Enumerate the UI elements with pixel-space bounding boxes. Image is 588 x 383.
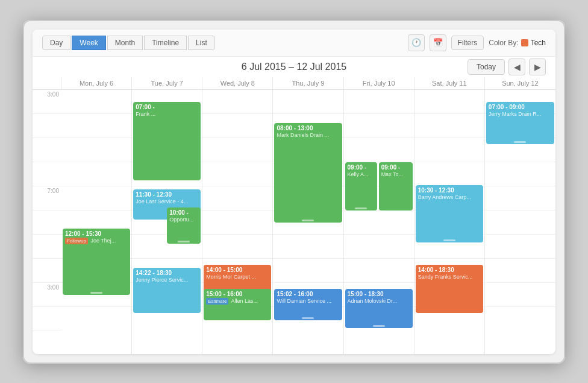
event-fri-3-resize[interactable] — [373, 325, 385, 327]
hour-1 — [414, 114, 484, 138]
event-fri-1-name: Kelly A... — [348, 171, 375, 178]
calendar: Mon, July 6 Tue, July 7 Wed, July 8 Thu,… — [33, 77, 555, 354]
event-mon-1-time: 12:00 - 15:30 — [65, 230, 128, 238]
event-thu-1[interactable]: 08:00 - 13:00 Mark Daniels Drain ... — [274, 123, 342, 223]
header-fri: Fri, July 10 — [344, 77, 414, 89]
time-empty7 — [33, 307, 61, 331]
event-thu-2-name: Will Damian Service ... — [277, 298, 339, 305]
day-friday: 09:00 - Kelly A... 09:00 - Max To... 15:… — [344, 90, 414, 354]
event-sat-1-resize[interactable] — [443, 239, 455, 241]
hour-0 — [344, 90, 414, 114]
hour-6 — [344, 235, 414, 259]
day-saturday: 10:30 - 12:30 Barry Andrews Carp... 14:0… — [414, 90, 485, 354]
time-empty3 — [33, 162, 61, 186]
tab-list[interactable]: List — [188, 36, 215, 50]
time-empty1 — [33, 114, 61, 138]
hour-6 — [273, 235, 343, 259]
day-tuesday: 07:00 - Frank ... 11:30 - 12:30 Joe Last… — [132, 90, 202, 354]
day-sunday: 07:00 - 09:00 Jerry Marks Drain R... — [485, 90, 555, 354]
event-fri-3[interactable]: 15:00 - 18:30 Adrian Molovski Dr... — [345, 289, 413, 328]
event-fri-2[interactable]: 09:00 - Max To... — [379, 162, 413, 210]
event-sat-1[interactable]: 10:30 - 12:30 Barry Andrews Carp... — [416, 185, 483, 242]
event-sat-1-name: Barry Andrews Carp... — [418, 194, 481, 201]
event-sun-1-resize[interactable] — [514, 141, 526, 143]
hour-7 — [485, 259, 555, 283]
event-tue-1-name: Frank ... — [136, 111, 198, 118]
tab-month[interactable]: Month — [107, 36, 143, 50]
time-empty4 — [33, 210, 61, 235]
event-sat-2[interactable]: 14:00 - 18:30 Sandy Franks Servic... — [416, 265, 483, 313]
event-mon-1-resize[interactable] — [90, 292, 102, 294]
hour-2 — [202, 138, 272, 162]
time-3b: 3:00 — [33, 283, 61, 307]
tab-timeline[interactable]: Timeline — [144, 36, 187, 50]
hour-0 — [414, 90, 484, 114]
event-sun-1-name: Jerry Marks Drain R... — [489, 111, 552, 118]
event-wed-2-time: 15:00 - 16:00 — [206, 291, 269, 298]
cal-body: 3:00 7:00 3:00 9:00 — [33, 90, 555, 354]
time-empty5 — [33, 235, 61, 259]
laptop-wrapper: Day Week Month Timeline List 🕐 📅 Filters… — [0, 0, 588, 383]
hour-2 — [344, 138, 414, 162]
event-fri-1-resize[interactable] — [355, 207, 367, 209]
color-by-label: Color By: — [489, 39, 518, 47]
event-fri-1[interactable]: 09:00 - Kelly A... — [345, 162, 378, 210]
header-mon: Mon, July 6 — [61, 77, 132, 89]
filters-button[interactable]: Filters — [451, 36, 484, 50]
event-wed-1-time: 14:00 - 15:00 — [206, 267, 269, 274]
laptop-screen: Day Week Month Timeline List 🕐 📅 Filters… — [23, 20, 565, 364]
tab-week[interactable]: Week — [72, 36, 105, 50]
event-tue-1[interactable]: 07:00 - Frank ... — [133, 102, 201, 180]
hour-3 — [414, 162, 484, 186]
event-sun-1-time: 07:00 - 09:00 — [489, 104, 552, 111]
hour-4 — [485, 186, 555, 210]
view-tabs: Day Week Month Timeline List — [42, 36, 215, 50]
time-empty2 — [33, 138, 61, 162]
tab-day[interactable]: Day — [42, 36, 70, 50]
today-button[interactable]: Today — [468, 59, 505, 75]
event-sun-1[interactable]: 07:00 - 09:00 Jerry Marks Drain R... — [486, 102, 554, 144]
hour-4 — [202, 186, 272, 210]
prev-arrow[interactable]: ◀ — [508, 59, 525, 75]
event-thu-2-resize[interactable] — [302, 317, 314, 319]
hour-8 — [485, 283, 555, 307]
event-tue-4-name: Jenny Pierce Servic... — [136, 277, 198, 283]
color-by-value: Tech — [531, 39, 546, 47]
header-thu: Thu, July 9 — [273, 77, 343, 89]
event-thu-2[interactable]: 15:02 - 16:00 Will Damian Service ... — [274, 289, 342, 320]
hour-7 — [273, 259, 343, 283]
nav-controls: Today ◀ ▶ — [468, 59, 546, 75]
event-wed-2[interactable]: 15:00 - 16:00 Estimate Allen Las... — [204, 289, 271, 320]
event-tue-4-time: 14:22 - 18:30 — [136, 270, 198, 277]
calendar-icon-btn[interactable]: 📅 — [430, 34, 446, 51]
event-mon-1[interactable]: 12:00 - 15:30 Followup Joe Thej... — [63, 229, 130, 295]
event-thu-1-resize[interactable] — [302, 220, 314, 221]
hour-1 — [202, 114, 272, 138]
event-fri-2-name: Max To... — [381, 171, 410, 178]
time-empty8 — [33, 331, 61, 354]
event-tue-3-time: 10:00 - — [169, 209, 198, 217]
hour-5 — [485, 210, 555, 235]
event-sat-2-time: 14:00 - 18:30 — [418, 267, 481, 274]
event-tue-3-resize[interactable] — [178, 241, 190, 242]
hour-3 — [485, 162, 555, 186]
event-wed-1-name: Morris Mor Carpet ... — [206, 274, 269, 280]
date-range-title: 6 Jul 2015 – 12 Jul 2015 — [242, 62, 346, 72]
color-dot — [521, 39, 528, 46]
next-arrow[interactable]: ▶ — [529, 59, 546, 75]
clock-icon-btn[interactable]: 🕐 — [408, 34, 425, 51]
event-tue-2-time: 11:30 - 12:30 — [136, 191, 198, 198]
event-fri-3-name: Adrian Molovski Dr... — [348, 298, 410, 305]
hour-3 — [202, 162, 272, 186]
hour-5 — [344, 210, 414, 235]
event-tue-2-name: Joe Last Service - 4... — [136, 198, 198, 205]
hour-0 — [273, 90, 343, 114]
header-wed: Wed, July 8 — [202, 77, 273, 89]
event-tue-3[interactable]: 10:00 - Opportu... — [167, 207, 201, 244]
time-header — [33, 77, 61, 89]
time-7am: 7:00 — [33, 186, 61, 210]
header: Day Week Month Timeline List 🕐 📅 Filters… — [33, 30, 555, 57]
event-tue-3-name: Opportu... — [169, 217, 198, 223]
event-tue-4[interactable]: 14:22 - 18:30 Jenny Pierce Servic... — [133, 268, 201, 313]
time-3am: 3:00 — [33, 90, 61, 114]
